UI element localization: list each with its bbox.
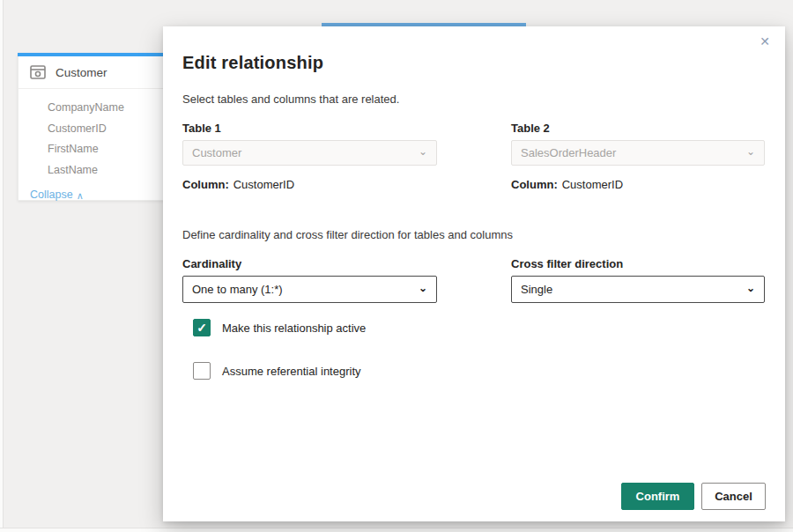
cardinality-dropdown[interactable]: One to many (1:*) ⌄ [182, 276, 437, 303]
cross-filter-dropdown-value: Single [521, 283, 552, 296]
close-icon[interactable]: ✕ [756, 32, 774, 51]
table2-dropdown: SalesOrderHeader ⌄ [511, 140, 765, 166]
edit-relationship-dialog: ✕ Edit relationship Select tables and co… [163, 26, 785, 521]
cardinality-label: Cardinality [182, 257, 241, 270]
table1-column-line: Column:CustomerID [182, 178, 294, 191]
cancel-button[interactable]: Cancel [701, 483, 766, 510]
canvas-left-edge [0, 0, 4, 528]
table1-label: Table 1 [182, 122, 221, 135]
cardinality-dropdown-value: One to many (1:*) [192, 283, 283, 296]
table2-label: Table 2 [511, 122, 550, 135]
chevron-up-icon: ∧ [77, 191, 84, 201]
table-icon [29, 63, 47, 81]
confirm-button[interactable]: Confirm [621, 483, 694, 510]
referential-integrity-checkbox-row[interactable]: ✓ Assume referential integrity [193, 362, 361, 380]
relationship-active-checkbox-row[interactable]: ✓ Make this relationship active [193, 319, 366, 336]
table2-column-line: Column:CustomerID [511, 178, 623, 191]
dialog-title: Edit relationship [182, 53, 323, 73]
table1-dropdown: Customer ⌄ [182, 140, 437, 166]
chevron-down-icon: ⌄ [746, 283, 755, 293]
table2-column-value: CustomerID [562, 178, 623, 191]
cross-filter-dropdown[interactable]: Single ⌄ [511, 276, 765, 303]
table2-dropdown-value: SalesOrderHeader [521, 146, 616, 159]
dialog-subtitle: Select tables and columns that are relat… [182, 92, 399, 106]
table1-column-value: CustomerID [233, 178, 294, 191]
referential-integrity-checkbox[interactable]: ✓ [193, 362, 211, 380]
table1-dropdown-value: Customer [192, 146, 241, 159]
cardinality-section-text: Define cardinality and cross filter dire… [182, 228, 513, 241]
card-title: Customer [56, 66, 107, 79]
table1-column-label: Column: [182, 178, 229, 191]
collapse-link[interactable]: Collapse ∧ [30, 188, 84, 201]
referential-integrity-label: Assume referential integrity [222, 365, 361, 378]
chevron-down-icon: ⌄ [419, 283, 427, 293]
relationship-active-checkbox[interactable]: ✓ [193, 319, 211, 336]
checkmark-icon: ✓ [196, 321, 207, 334]
cross-filter-label: Cross filter direction [511, 257, 623, 270]
relationship-active-label: Make this relationship active [222, 321, 366, 335]
collapse-label: Collapse [30, 188, 73, 201]
chevron-down-icon: ⌄ [419, 146, 427, 157]
canvas-bottom-edge [0, 528, 793, 532]
table2-column-label: Column: [511, 178, 558, 191]
chevron-down-icon: ⌄ [746, 146, 755, 157]
